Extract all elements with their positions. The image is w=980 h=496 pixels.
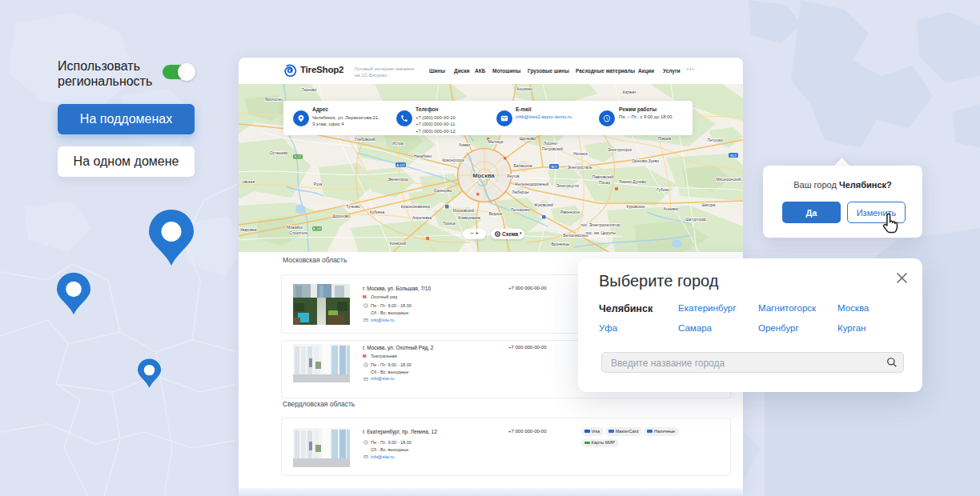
svg-text:М-7: М-7 — [731, 154, 737, 158]
svg-text:Дорохово: Дорохово — [332, 214, 350, 218]
svg-text:пос. Электроизолятор: пос. Электроизолятор — [580, 223, 620, 227]
svg-text:овская: овская — [243, 180, 255, 184]
svg-text:А-100: А-100 — [313, 226, 322, 230]
svg-text:Павловский: Павловский — [592, 174, 614, 179]
svg-text:Мишеронский: Мишеронский — [716, 177, 741, 182]
svg-text:Мытищи: Мытищи — [488, 140, 504, 144]
svg-text:Белоозёрский: Белоозёрский — [563, 233, 588, 238]
svg-text:Железнодорожный: Железнодорожный — [515, 182, 549, 186]
svg-text:Краснознаменск: Краснознаменск — [401, 205, 431, 209]
svg-text:А-107: А-107 — [396, 163, 405, 167]
svg-text:Электроугли: Электроугли — [556, 184, 579, 188]
svg-text:Тучково: Тучково — [346, 205, 360, 209]
svg-text:Московский: Московский — [453, 208, 475, 213]
svg-text:Шатурторф: Шатурторф — [685, 218, 706, 222]
svg-text:Ногинск: Ногинск — [573, 152, 588, 156]
svg-text:Апрелевка: Апрелевка — [412, 216, 432, 220]
svg-text:Осташёво: Осташёво — [270, 151, 288, 155]
svg-text:Звенигород: Звенигород — [388, 178, 408, 182]
svg-text:Видное: Видное — [489, 212, 503, 216]
svg-text:Химки: Химки — [459, 143, 470, 147]
svg-text:Жуковский: Жуковский — [534, 202, 553, 207]
svg-text:Раменское: Раменское — [560, 210, 580, 214]
svg-text:Люберцы: Люберцы — [512, 190, 530, 194]
svg-text:Лыткарино: Лыткарино — [511, 208, 531, 212]
svg-text:Ликино-Дулёво: Ликино-Дулёво — [619, 180, 646, 184]
svg-text:Шатура: Шатура — [702, 203, 716, 207]
svg-text:Истра: Истра — [392, 142, 404, 146]
svg-text:Уваровка: Уваровка — [240, 228, 257, 232]
svg-text:Орехово-Зуево: Орехово-Зуево — [632, 159, 659, 163]
svg-text:Посад: Посад — [599, 181, 610, 185]
svg-text:Руза: Руза — [314, 182, 323, 186]
svg-text:Электросталь: Электросталь — [568, 166, 592, 170]
svg-text:Петушки: Петушки — [707, 138, 723, 142]
svg-text:Нахабино: Нахабино — [414, 154, 432, 158]
svg-text:Бронницы: Бронницы — [552, 242, 570, 246]
svg-text:Ярополец: Ярополец — [265, 98, 283, 102]
svg-text:Ашукино: Ашукино — [516, 87, 532, 91]
svg-text:Щёлково: Щёлково — [520, 137, 536, 141]
svg-text:Реутов: Реутов — [507, 174, 520, 178]
svg-text:Е-22: Е-22 — [295, 154, 302, 158]
svg-text:Киржач: Киржач — [623, 90, 637, 94]
svg-text:Куровское: Куровское — [627, 205, 645, 209]
svg-text:Киевский: Киевский — [390, 241, 407, 246]
svg-text:пос. им. Цюрупы: пос. им. Цюрупы — [585, 231, 616, 235]
svg-text:Губино: Губино — [657, 188, 669, 192]
svg-text:Кубинка: Кубинка — [370, 210, 385, 214]
svg-text:Глебовский: Глебовский — [355, 137, 376, 142]
svg-text:Покров: Покров — [658, 137, 672, 141]
svg-text:Строитель: Строитель — [289, 231, 308, 235]
svg-text:Балашиха: Балашиха — [514, 164, 532, 168]
svg-text:Троицк: Троицк — [443, 222, 456, 226]
svg-text:Москва: Москва — [472, 172, 495, 179]
svg-text:М-7: М-7 — [551, 165, 557, 169]
svg-text:Петровский: Петровский — [542, 146, 563, 151]
svg-text:Коммунарка: Коммунарка — [458, 216, 480, 220]
svg-text:Одинцово: Одинцово — [434, 189, 452, 193]
svg-text:Асеевно: Асеевно — [664, 207, 679, 211]
svg-text:Терново: Терново — [302, 88, 317, 92]
svg-text:Лосино-: Лосино- — [544, 142, 558, 146]
svg-text:Электрогорск: Электрогорск — [608, 148, 633, 152]
svg-text:Красногорск: Красногорск — [442, 158, 464, 162]
svg-text:Можайск: Можайск — [287, 225, 303, 230]
